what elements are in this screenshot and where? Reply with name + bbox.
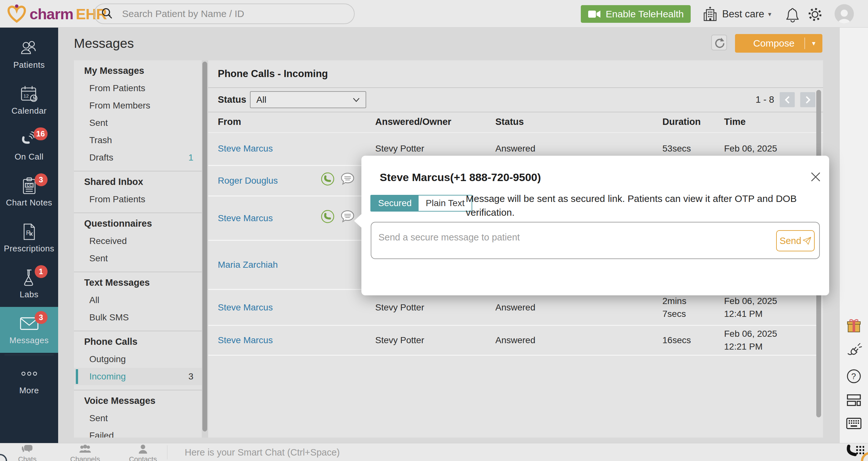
dialog-pointer	[354, 213, 362, 228]
dialog-title: Steve Marcus(+1 888-720-9500)	[380, 171, 541, 184]
table-row[interactable]: Steve MarcusStevy PotterAnswered16secsFe…	[208, 326, 817, 356]
nav-item-count: 1	[188, 149, 193, 166]
send-message-icon[interactable]	[341, 172, 355, 189]
nav-item-sent[interactable]: Sent	[74, 409, 202, 427]
caller-name-link[interactable]: Steve Marcus	[218, 301, 273, 314]
close-icon[interactable]	[809, 170, 823, 184]
nav-item-all[interactable]: All	[74, 292, 202, 309]
enable-telehealth-button[interactable]: Enable TeleHealth	[581, 5, 691, 23]
nav-item-incoming[interactable]: Incoming3	[74, 368, 202, 385]
prev-page-button[interactable]	[780, 92, 795, 107]
bottom-tab-chats[interactable]: Chats	[3, 444, 52, 461]
right-utility-rail: ?	[839, 28, 868, 443]
practice-selector[interactable]: Best care ▾	[702, 6, 771, 23]
nav-item-failed[interactable]: Failed	[74, 427, 202, 437]
call-phone-icon[interactable]	[320, 172, 335, 190]
bottom-tab-label: Contacts	[129, 455, 157, 461]
svg-text:CC: CC	[27, 183, 32, 188]
sidebar-item-patients[interactable]: Patients	[0, 31, 58, 77]
caller-name-link[interactable]: Maria Zarchiah	[218, 258, 278, 271]
nav-scrollbar-thumb[interactable]	[203, 62, 207, 431]
gift-icon[interactable]	[846, 318, 862, 335]
patient-search-input[interactable]: Search Patient by Name / ID	[94, 3, 355, 24]
divider	[167, 445, 167, 459]
sidebar-item-label: More	[19, 386, 39, 396]
settings-gear-icon[interactable]	[807, 6, 823, 24]
nav-group-header: Text Messages	[74, 273, 202, 292]
nav-group-header: Shared Inbox	[74, 173, 202, 191]
owner-cell: Stevy Potter	[375, 301, 424, 314]
notification-badge: 3	[35, 311, 48, 324]
call-phone-icon[interactable]	[320, 209, 335, 227]
duration-cell: 2mins7secs	[662, 295, 686, 320]
caller-name-link[interactable]: Steve Marcus	[218, 334, 273, 347]
nav-item-label: Received	[89, 232, 193, 250]
sidebar-item-labs[interactable]: 1Labs	[0, 261, 58, 307]
nav-item-outgoing[interactable]: Outgoing	[74, 351, 202, 368]
tab-secured[interactable]: Secured	[371, 196, 418, 211]
notifications-bell-icon[interactable]	[785, 6, 800, 24]
nav-group-my-messages: My MessagesFrom PatientsFrom MembersSent…	[74, 60, 202, 171]
chevron-right-icon	[805, 96, 811, 104]
nav-item-drafts[interactable]: Drafts1	[74, 149, 202, 166]
nav-item-count: 3	[188, 368, 193, 385]
next-page-button[interactable]	[800, 92, 815, 107]
prescriptions-icon: R	[19, 223, 39, 241]
nav-item-received[interactable]: Received	[74, 232, 202, 250]
sidebar-item-prescriptions[interactable]: RPrescriptions	[0, 215, 58, 261]
time-cell: Feb 06, 2025	[724, 142, 777, 155]
smart-chat-input[interactable]: Here is your Smart Chat (Ctrl+Space)	[185, 443, 340, 461]
nav-group-header: My Messages	[74, 62, 202, 79]
bottom-tab-contacts[interactable]: Contacts	[119, 444, 167, 461]
status-filter-value: All	[256, 95, 266, 105]
nav-item-from-members[interactable]: From Members	[74, 97, 202, 114]
layout-icon[interactable]	[846, 394, 862, 408]
caller-name-link[interactable]: Steve Marcus	[218, 142, 273, 155]
caller-name-link[interactable]: Steve Marcus	[218, 212, 273, 225]
chartnotes-icon: CC3	[19, 176, 39, 195]
table-header-row: FromAnswered/OwnerStatusDurationTime	[208, 112, 823, 132]
nav-item-trash[interactable]: Trash	[74, 132, 202, 149]
chats-icon	[22, 444, 33, 455]
column-header-answered-owner: Answered/Owner	[375, 112, 451, 132]
bottom-tab-label: Chats	[18, 455, 36, 461]
search-icon	[101, 7, 114, 21]
nav-group-header: Phone Calls	[74, 333, 202, 351]
user-avatar[interactable]	[835, 4, 854, 24]
send-button[interactable]: Send	[776, 230, 815, 251]
bottom-tab-label: Channels	[70, 455, 100, 461]
status-filter-select[interactable]: All	[250, 91, 366, 108]
send-message-icon[interactable]	[341, 210, 355, 227]
nav-item-from-patients[interactable]: From Patients	[74, 79, 202, 97]
compose-button[interactable]: Compose ▾	[735, 34, 823, 53]
help-icon[interactable]: ?	[846, 368, 862, 385]
owner-cell: Stevy Potter	[375, 334, 424, 347]
nav-item-label: Trash	[89, 132, 193, 149]
plug-icon[interactable]	[846, 343, 862, 360]
sidebar-item-calendar[interactable]: 12Calendar	[0, 77, 58, 123]
calendar-icon: 12	[19, 85, 39, 103]
compose-dropdown-caret-icon[interactable]: ▾	[805, 39, 823, 47]
person-silhouette-icon	[836, 7, 852, 24]
tab-plain-text[interactable]: Plain Text	[418, 196, 472, 211]
status-filter-label: Status	[218, 88, 246, 112]
sidebar-item-on-call[interactable]: 16On Call	[0, 123, 58, 169]
bottom-tab-channels[interactable]: Channels	[61, 444, 109, 461]
nav-item-sent[interactable]: Sent	[74, 250, 202, 267]
sidebar-item-label: Chart Notes	[6, 198, 52, 208]
refresh-button[interactable]	[711, 35, 727, 51]
sidebar-item-chart-notes[interactable]: CC3Chart Notes	[0, 169, 58, 215]
sidebar-item-more[interactable]: More	[0, 357, 58, 403]
nav-item-sent[interactable]: Sent	[74, 114, 202, 132]
refresh-icon	[714, 37, 725, 48]
sidebar-item-label: Prescriptions	[4, 244, 54, 254]
keyboard-icon[interactable]	[846, 417, 862, 431]
caller-name-link[interactable]: Roger Douglus	[218, 174, 278, 187]
nav-item-from-patients[interactable]: From Patients	[74, 191, 202, 208]
sidebar-item-messages[interactable]: 3Messages	[0, 307, 58, 353]
oncall-icon: 16	[19, 131, 39, 149]
notification-badge: 16	[34, 127, 48, 140]
nav-item-bulk-sms[interactable]: Bulk SMS	[74, 309, 202, 326]
patients-icon	[19, 39, 39, 58]
secure-message-textarea[interactable]: Send a secure message to patient Send	[371, 222, 820, 259]
